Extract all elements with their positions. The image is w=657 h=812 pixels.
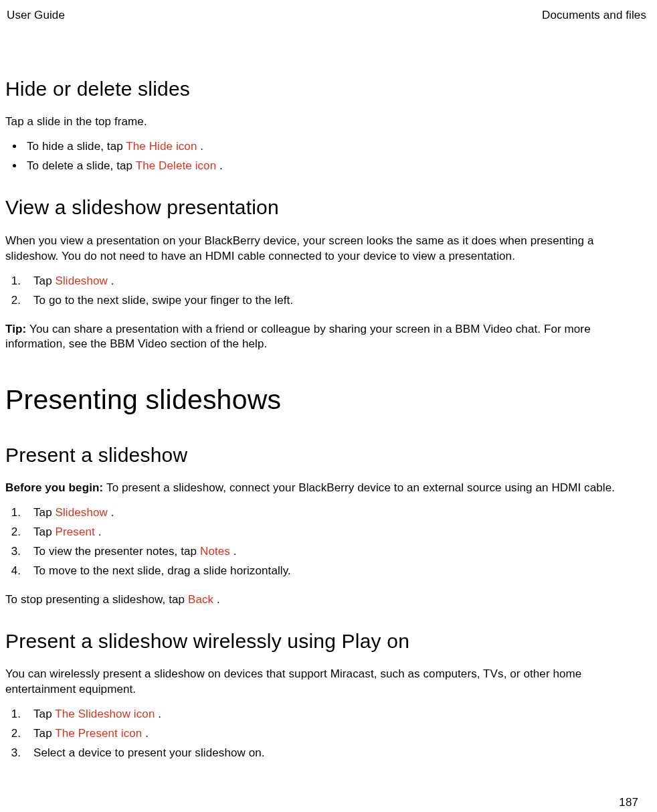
step-swipe-left: To go to the next slide, swipe your fing… (24, 293, 648, 309)
steps-present-slideshow: Tap Slideshow . Tap Present . To view th… (5, 505, 648, 579)
tip-label: Tip: (5, 323, 29, 335)
present-icon-ref: The Present icon (55, 727, 145, 740)
steps-view-slideshow: Tap Slideshow . To go to the next slide,… (5, 274, 648, 309)
present-icon-ref: Present (56, 525, 98, 538)
step-tap-slideshow-2: Tap Slideshow . (24, 505, 648, 521)
section-present-slideshow: Present a slideshow Before you begin: To… (5, 442, 648, 608)
heading-present-slideshow: Present a slideshow (5, 442, 648, 469)
before-body: To present a slideshow, connect your Bla… (106, 481, 615, 494)
heading-view-slideshow: View a slideshow presentation (5, 194, 648, 222)
before-label: Before you begin: (5, 481, 106, 494)
text-fragment: . (219, 159, 223, 172)
hide-icon-ref: The Hide icon (126, 140, 200, 153)
tip-view-slideshow: Tip: You can share a presentation with a… (5, 322, 648, 353)
header-right: Documents and files (542, 8, 646, 23)
section-hide-delete: Hide or delete slides Tap a slide in the… (5, 76, 648, 174)
before-you-begin: Before you begin: To present a slideshow… (5, 481, 648, 496)
text-fragment: To hide a slide, tap (27, 140, 126, 153)
text-fragment: . (111, 274, 114, 287)
text-fragment: . (233, 545, 237, 558)
text-fragment: . (217, 593, 220, 606)
notes-icon-ref: Notes (200, 545, 233, 558)
intro-present-wirelessly: You can wirelessly present a slideshow o… (5, 667, 648, 698)
text-fragment: . (98, 525, 102, 538)
intro-view-slideshow: When you view a presentation on your Bla… (5, 234, 648, 264)
slideshow-icon-ref: Slideshow (56, 274, 111, 287)
step-tap-present: Tap Present . (24, 525, 648, 540)
slideshow-icon-ref: The Slideshow icon (55, 708, 158, 720)
step-tap-notes: To view the presenter notes, tap Notes . (24, 544, 648, 560)
delete-icon-ref: The Delete icon (136, 159, 219, 172)
text-fragment: Tap (33, 506, 56, 519)
section-present-wirelessly: Present a slideshow wirelessly using Pla… (5, 628, 648, 761)
text-fragment: Tap (33, 727, 55, 740)
tip-body: You can share a presentation with a frie… (5, 323, 591, 351)
heading-present-wirelessly: Present a slideshow wirelessly using Pla… (5, 628, 648, 655)
text-fragment: Tap (33, 708, 55, 720)
step-select-device: Select a device to present your slidesho… (24, 746, 648, 761)
stop-presenting-text: To stop presenting a slideshow, tap Back… (5, 592, 648, 608)
steps-present-wirelessly: Tap The Slideshow icon . Tap The Present… (5, 707, 648, 761)
step-drag-slide: To move to the next slide, drag a slide … (24, 564, 648, 579)
text-fragment: To stop presenting a slideshow, tap (5, 593, 188, 606)
slideshow-icon-ref: Slideshow (56, 506, 111, 519)
heading-presenting-slideshows: Presenting slideshows (5, 382, 648, 418)
text-fragment: To view the presenter notes, tap (33, 545, 200, 558)
text-fragment: . (200, 140, 203, 153)
text-fragment: . (111, 506, 114, 519)
page-header: User Guide Documents and files (5, 8, 648, 23)
text-fragment: . (158, 708, 161, 720)
step-tap-present-icon: Tap The Present icon . (24, 726, 648, 742)
bullet-list-hide-delete: To hide a slide, tap The Hide icon . To … (5, 139, 648, 174)
header-left: User Guide (7, 8, 65, 23)
page-number: 187 (619, 795, 638, 811)
step-tap-slideshow: Tap Slideshow . (24, 274, 648, 289)
text-fragment: . (145, 727, 149, 740)
bullet-delete-slide: To delete a slide, tap The Delete icon . (24, 159, 648, 174)
heading-hide-delete: Hide or delete slides (5, 76, 648, 103)
step-tap-slideshow-icon: Tap The Slideshow icon . (24, 707, 648, 722)
text-fragment: To delete a slide, tap (27, 159, 136, 172)
text-fragment: Tap (33, 274, 56, 287)
bullet-hide-slide: To hide a slide, tap The Hide icon . (24, 139, 648, 155)
text-fragment: Tap (33, 525, 56, 538)
back-icon-ref: Back (188, 593, 217, 606)
intro-hide-delete: Tap a slide in the top frame. (5, 114, 648, 130)
section-view-slideshow: View a slideshow presentation When you v… (5, 194, 648, 352)
